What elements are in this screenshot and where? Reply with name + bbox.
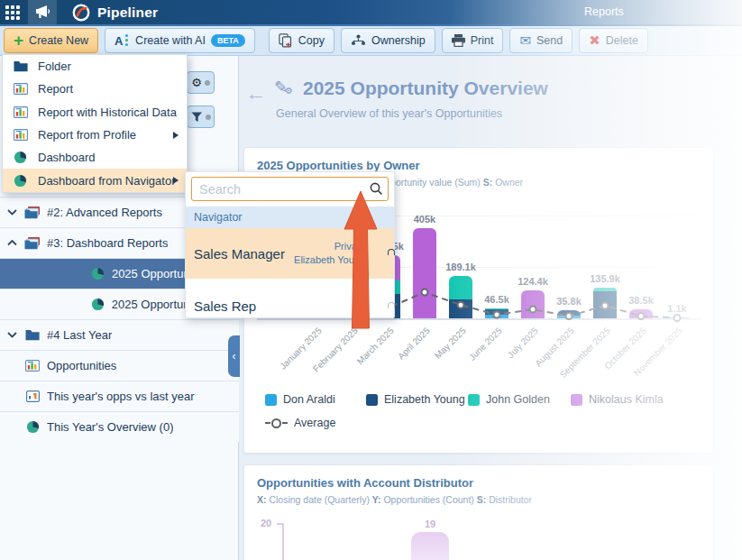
sidebar-item-this-year-s-overview-0-[interactable]: This Year's Overview (0)	[0, 411, 239, 442]
bar-value-label: 189.1k	[425, 262, 497, 272]
report-icon	[14, 106, 30, 118]
menu-item-dashboard[interactable]: Dashboard	[3, 146, 187, 169]
copy-button[interactable]: Copy	[269, 28, 334, 53]
stacked-bar-april-2025[interactable]	[413, 228, 436, 318]
create-new-button[interactable]: + Create New	[4, 28, 98, 53]
legend-item-john-golden[interactable]: John Golden	[468, 393, 550, 406]
x-axis-label: January 2025	[261, 326, 324, 389]
folders-icon	[23, 207, 41, 219]
status-dot	[206, 115, 211, 120]
current-page-label: Reports	[584, 5, 624, 18]
plus-icon: +	[14, 34, 23, 47]
segment-nikolaus-kimla	[413, 228, 436, 318]
dashboard-title: 2025 Opportunity Overview	[303, 78, 548, 99]
printer-icon	[452, 34, 465, 47]
gear-icon: ⚙	[191, 77, 202, 88]
envelope-icon: ✉	[519, 32, 531, 49]
pipeliner-reports-window: Pipeliner Reports + Create New A Create …	[0, 0, 742, 560]
print-button[interactable]: Print	[442, 28, 504, 53]
chevron-down-icon[interactable]	[7, 332, 20, 338]
menu-item-folder[interactable]: Folder	[3, 55, 187, 78]
collapse-chevron-icon: ‹	[233, 350, 236, 363]
pie-icon	[90, 267, 106, 280]
filter-funnel-icon	[191, 112, 203, 123]
report-icon	[14, 129, 30, 141]
bar-value-label: 1.1k	[641, 303, 713, 314]
submenu-arrow-icon	[173, 132, 179, 139]
toolbar: + Create New A Create with AI BETA Copy	[0, 26, 742, 56]
pie-icon	[14, 151, 30, 164]
segment-don-araldi	[485, 315, 508, 318]
app-grid-button[interactable]	[0, 0, 25, 24]
bar-value-label: 124.4k	[497, 276, 569, 287]
folders-icon	[23, 237, 41, 250]
ownership-button[interactable]: Ownership	[341, 28, 435, 53]
report-icon	[23, 360, 41, 372]
sidebar-collapse-handle[interactable]: ‹	[228, 335, 240, 377]
menu-item-dashboard-from-navigator[interactable]: Dashboard from Navigator	[3, 169, 187, 191]
chart1-title: 2025 Opportunities by Owner	[257, 159, 420, 172]
megaphone-icon	[35, 5, 50, 19]
menu-item-report-from-profile[interactable]: Report from Profile	[3, 124, 187, 146]
bar-value-label: 405k	[389, 214, 461, 225]
ai-icon: A	[115, 33, 130, 48]
delete-button[interactable]: ✖ Delete	[579, 28, 648, 53]
beta-badge: BETA	[211, 34, 245, 47]
legend-swatch	[468, 394, 480, 406]
create-new-menu: FolderReportReport with Historical DataR…	[2, 54, 188, 193]
legend-item-nikolaus-kimla[interactable]: Nikolaus Kimla	[571, 393, 664, 406]
stacked-bar-august-2025[interactable]	[557, 310, 581, 318]
create-with-ai-button[interactable]: A Create with AI BETA	[105, 28, 255, 53]
segment-don-araldi	[665, 317, 689, 318]
announcements-button[interactable]	[28, 0, 57, 24]
chart2-title: Opportunities with Account Distributor	[257, 476, 473, 490]
submenu-arrow-icon	[173, 177, 179, 184]
report-icon	[14, 83, 30, 95]
copy-icon	[279, 33, 293, 48]
top-bar: Pipeliner Reports	[0, 0, 742, 26]
menu-item-report[interactable]: Report	[3, 78, 187, 100]
chevron-down-icon[interactable]	[7, 209, 20, 216]
folder-icon	[14, 60, 30, 72]
bar[interactable]	[411, 532, 449, 560]
pie-icon	[14, 174, 30, 188]
send-button[interactable]: ✉ Send	[509, 28, 573, 53]
legend-swatch	[571, 394, 582, 406]
gear-icon: ⚙	[285, 86, 293, 96]
y-axis-line	[282, 523, 284, 560]
legend-swatch	[366, 394, 378, 406]
sidebar-filter-button[interactable]	[187, 106, 215, 128]
sidebar-item-this-year-s-opps-vs-last-year[interactable]: This year's opps vs last year	[0, 381, 239, 411]
sidebar-item-opportunities[interactable]: Opportunities	[0, 350, 239, 381]
legend-item-don-araldi[interactable]: Don Araldi	[265, 393, 335, 406]
pipeliner-logo-icon	[71, 3, 91, 23]
menu-item-report-with-historical-data[interactable]: Report with Historical Data	[3, 101, 187, 124]
ownership-hierarchy-icon	[351, 34, 366, 47]
legend-item-elizabeth-young[interactable]: Elizabeth Young	[366, 393, 465, 406]
pie-icon	[90, 298, 106, 311]
y-axis-tick-label: 20	[261, 518, 271, 528]
folder-icon	[23, 329, 41, 341]
back-arrow-icon: ←	[245, 81, 266, 105]
annotation-arrow-up	[341, 189, 380, 330]
legend-item-average[interactable]: Average	[265, 417, 335, 429]
bar-value-label: 135.9k	[569, 273, 641, 284]
dashboard-subtitle: General Overview of this year's Opportun…	[276, 107, 502, 120]
back-button[interactable]: ←	[245, 83, 266, 103]
pie-icon	[23, 420, 41, 434]
delete-x-icon: ✖	[589, 32, 600, 49]
legend-swatch	[265, 394, 277, 406]
chevron-up-icon[interactable]	[7, 240, 20, 246]
stacked-bar-june-2025[interactable]	[485, 308, 508, 318]
svg-text:A: A	[115, 34, 124, 48]
brand[interactable]: Pipeliner	[71, 3, 158, 23]
grid-icon	[5, 5, 20, 20]
segment-don-araldi	[557, 316, 581, 318]
compare-icon	[23, 390, 41, 402]
stacked-bar-november-2025[interactable]	[665, 317, 689, 318]
chart2-axes-subtitle: X: Closing date (Quarterly) Y: Opportuni…	[257, 494, 532, 505]
edit-dashboard-button[interactable]: ✎⚙	[274, 78, 288, 97]
status-dot	[205, 80, 210, 86]
sidebar-settings-button[interactable]: ⚙	[187, 71, 215, 94]
bar-value-label: 19	[416, 519, 444, 529]
